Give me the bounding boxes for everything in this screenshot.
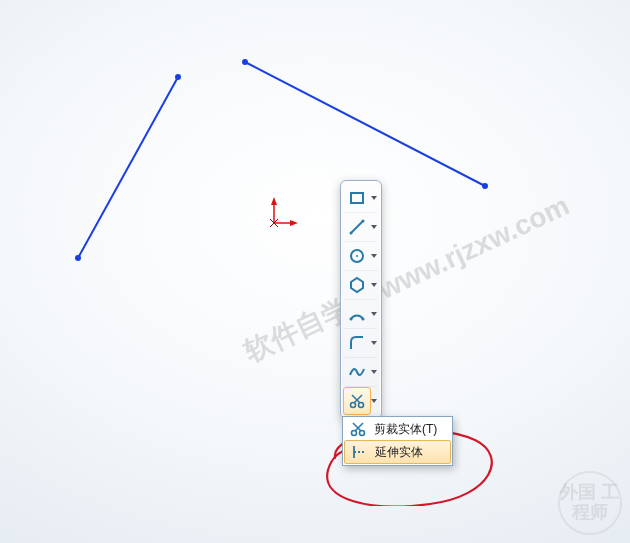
svg-marker-16 [371,283,377,287]
polygon-icon [344,272,370,298]
dropdown-caret-icon[interactable] [370,359,378,385]
extend-entities-label: 延伸实体 [375,444,423,461]
dropdown-caret-icon[interactable] [370,243,378,269]
sketch-canvas [0,0,630,543]
svg-point-10 [362,220,365,223]
svg-marker-7 [371,196,377,200]
fillet-icon [344,330,370,356]
svg-point-18 [362,318,365,321]
svg-point-9 [350,232,353,235]
cad-viewport[interactable]: 软件自学网 www.rjzxw.com 外国 工程师 [0,0,630,543]
trim-tool[interactable] [344,386,378,415]
sketch-line-1[interactable] [78,77,178,258]
circle-icon [344,243,370,269]
svg-marker-20 [371,341,377,345]
dropdown-caret-icon[interactable] [370,272,378,298]
extend-entities-item[interactable]: 延伸实体 [344,440,451,464]
spline-tool[interactable] [344,357,378,386]
circle-tool[interactable] [344,241,378,270]
svg-marker-15 [351,278,363,292]
dropdown-caret-icon[interactable] [370,388,378,414]
trim-flyout-menu: 剪裁实体(T) 延伸实体 [342,416,453,466]
svg-marker-3 [290,220,298,226]
arc-icon [344,301,370,327]
spline-icon [344,359,370,385]
polygon-tool[interactable] [344,270,378,299]
trim-entities-item[interactable]: 剪裁实体(T) [344,418,451,440]
sketch-toolbar [340,180,382,419]
sketch-endpoint[interactable] [242,59,248,65]
svg-marker-21 [371,370,377,374]
sketch-endpoint[interactable] [482,183,488,189]
rectangle-tool[interactable] [344,184,378,212]
svg-marker-14 [371,254,377,258]
line-tool[interactable] [344,212,378,241]
extend-icon [349,442,369,462]
rectangle-icon [344,185,370,211]
dropdown-caret-icon[interactable] [370,330,378,356]
svg-rect-6 [351,193,363,203]
fillet-tool[interactable] [344,328,378,357]
dropdown-caret-icon[interactable] [370,214,378,240]
sketch-endpoint[interactable] [175,74,181,80]
sketch-endpoint[interactable] [75,255,81,261]
svg-marker-1 [271,197,277,205]
svg-point-13 [356,255,358,257]
trim-entities-label: 剪裁实体(T) [374,421,437,438]
dropdown-caret-icon[interactable] [370,185,378,211]
svg-marker-26 [371,399,377,403]
origin-marker [260,195,300,235]
arc-tool[interactable] [344,299,378,328]
svg-point-17 [350,318,353,321]
trim-icon [344,388,370,414]
svg-line-8 [351,221,363,233]
sketch-line-2[interactable] [245,62,485,186]
svg-marker-19 [371,312,377,316]
dropdown-caret-icon[interactable] [370,301,378,327]
svg-marker-11 [371,225,377,229]
line-icon [344,214,370,240]
scissors-icon [348,419,368,439]
